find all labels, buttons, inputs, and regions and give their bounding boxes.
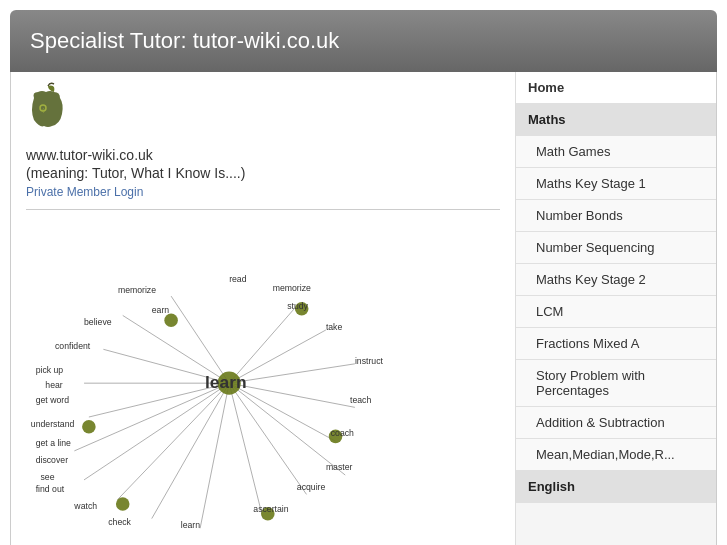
svg-text:ascertain: ascertain <box>253 504 288 514</box>
sidebar-item-maths-ks2[interactable]: Maths Key Stage 2 <box>516 264 716 296</box>
svg-text:get a line: get a line <box>36 438 71 448</box>
sidebar: Home Maths Math Games Maths Key Stage 1 … <box>516 72 716 545</box>
sidebar-item-maths[interactable]: Maths <box>516 104 716 136</box>
svg-text:read: read <box>229 274 247 284</box>
svg-text:get word: get word <box>36 395 69 405</box>
svg-point-24 <box>82 420 96 434</box>
svg-text:discover: discover <box>36 455 68 465</box>
sidebar-item-story-problem[interactable]: Story Problem with Percentages <box>516 360 716 407</box>
svg-text:earn: earn <box>152 305 170 315</box>
svg-text:master: master <box>326 462 353 472</box>
svg-text:take: take <box>326 322 343 332</box>
svg-line-13 <box>84 383 229 480</box>
svg-text:understand: understand <box>31 419 75 429</box>
mind-map: learn memorize read study take instruct … <box>26 218 500 545</box>
svg-line-18 <box>229 383 306 494</box>
sidebar-item-lcm[interactable]: LCM <box>516 296 716 328</box>
main-container: :) www.tutor-wiki.co.uk (meaning: Tutor,… <box>10 72 717 545</box>
svg-line-15 <box>152 383 229 518</box>
page-header: Specialist Tutor: tutor-wiki.co.uk <box>10 10 717 72</box>
svg-text:see: see <box>41 472 55 482</box>
svg-line-12 <box>74 383 229 451</box>
page-title: Specialist Tutor: tutor-wiki.co.uk <box>30 28 697 54</box>
svg-line-16 <box>200 383 229 528</box>
site-meaning: (meaning: Tutor, What I Know Is....) <box>26 165 500 181</box>
svg-text:instruct: instruct <box>355 356 384 366</box>
svg-text:learn: learn <box>205 372 247 392</box>
svg-text:study: study <box>287 301 308 311</box>
site-url: www.tutor-wiki.co.uk <box>26 147 500 163</box>
svg-point-21 <box>164 314 178 328</box>
sidebar-item-home[interactable]: Home <box>516 72 716 104</box>
svg-text:learn: learn <box>181 520 200 530</box>
svg-text:confident: confident <box>55 341 91 351</box>
svg-line-14 <box>118 383 229 499</box>
content-area: :) www.tutor-wiki.co.uk (meaning: Tutor,… <box>11 72 516 545</box>
sidebar-item-fractions-mixed[interactable]: Fractions Mixed A <box>516 328 716 360</box>
sidebar-item-english[interactable]: English <box>516 471 716 503</box>
svg-text:memorize: memorize <box>273 283 311 293</box>
svg-text:check: check <box>108 517 131 527</box>
svg-text:watch: watch <box>73 501 97 511</box>
sidebar-item-number-bonds[interactable]: Number Bonds <box>516 200 716 232</box>
svg-text:acquire: acquire <box>297 482 326 492</box>
sidebar-item-math-games[interactable]: Math Games <box>516 136 716 168</box>
svg-text::): :) <box>42 107 45 113</box>
sidebar-item-mean-median[interactable]: Mean,Median,Mode,R... <box>516 439 716 471</box>
svg-line-5 <box>229 383 355 407</box>
member-login-link[interactable]: Private Member Login <box>26 185 500 199</box>
svg-line-4 <box>229 364 355 383</box>
svg-text:hear: hear <box>45 380 62 390</box>
svg-text:pick up: pick up <box>36 365 64 375</box>
sidebar-item-maths-ks1[interactable]: Maths Key Stage 1 <box>516 168 716 200</box>
svg-text:believe: believe <box>84 317 112 327</box>
content-divider <box>26 209 500 210</box>
svg-text:memorize: memorize <box>118 285 156 295</box>
sidebar-item-addition-subtraction[interactable]: Addition & Subtraction <box>516 407 716 439</box>
svg-text:find out: find out <box>36 484 65 494</box>
sidebar-item-number-sequencing[interactable]: Number Sequencing <box>516 232 716 264</box>
apple-icon: :) <box>26 82 500 139</box>
svg-text:coach: coach <box>331 428 354 438</box>
svg-text:teach: teach <box>350 395 371 405</box>
svg-line-17 <box>229 383 263 518</box>
svg-point-25 <box>116 497 130 511</box>
